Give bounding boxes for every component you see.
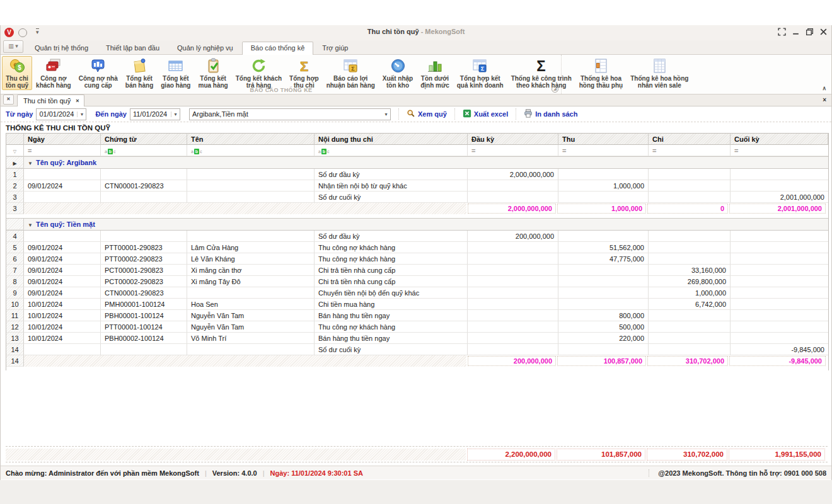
equals-filter-icon[interactable]: =	[734, 147, 738, 154]
column-header-5[interactable]: Đầu kỳ	[468, 133, 558, 145]
filter-bar: Từ ngày 01/01/2024 ▾ Đến ngày 11/01/2024…	[1, 106, 831, 122]
text-filter-icon[interactable]: abc	[105, 147, 115, 154]
filter-cell[interactable]: =	[24, 145, 101, 156]
ribbon-collapse-button[interactable]: ∧	[822, 85, 826, 91]
cell: CTN00001-290823	[101, 287, 187, 299]
close-icon[interactable]	[819, 28, 828, 36]
table-row[interactable]: 1210/01/2024PTT00001-100124Nguyễn Văn Ta…	[6, 321, 828, 333]
table-row[interactable]: 1310/01/2024PBH00002-100124Võ Minh TríBá…	[6, 333, 828, 344]
group-row[interactable]: ▼Tên quỹ: Tiền mặt	[6, 218, 828, 231]
menu-tab[interactable]: Quản trị hệ thống	[26, 42, 97, 54]
export-excel-button[interactable]: Xuất excel	[454, 108, 516, 120]
ribbon-item-business-result[interactable]: ΣTổng hợp kếtquả kinh doanh	[453, 56, 507, 90]
cell: Nguyễn Văn Tam	[187, 321, 315, 333]
group-caption[interactable]: ▼Tên quỹ: Tiền mặt	[24, 219, 828, 230]
close-document-button[interactable]: ×	[823, 96, 826, 103]
table-row[interactable]: 14Số dư cuối kỳ-9,845,000	[6, 344, 828, 355]
group-caption[interactable]: ▼Tên quỹ: Argibank	[24, 157, 828, 168]
cell: 2,000,000,000	[468, 169, 558, 180]
column-header-1[interactable]: Ngày	[24, 133, 101, 145]
table-row[interactable]: 1110/01/2024PBH00001-100124Nguyễn Văn Ta…	[6, 310, 828, 321]
dialog-launcher-icon[interactable]: ◢	[552, 86, 558, 93]
minimize-icon[interactable]	[792, 28, 800, 36]
ribbon-item-customer-debt[interactable]: Công nợkhách hàng	[32, 56, 75, 90]
ribbon-item-commission-sub[interactable]: Thống kê hoahồng thầu phụ	[575, 56, 627, 90]
column-header-6[interactable]: Thu	[558, 133, 649, 145]
svg-text:Σ: Σ	[481, 66, 485, 72]
cell	[24, 231, 101, 242]
chevron-down-icon[interactable]: ▾	[171, 112, 180, 117]
column-header-2[interactable]: Chứng từ	[101, 133, 187, 145]
table-row[interactable]: 3Số dư cuối kỳ2,001,000,000	[6, 192, 828, 203]
table-row[interactable]: 1010/01/2024PMH00001-100124Hoa SenChi ti…	[6, 299, 828, 310]
table-row[interactable]: 809/01/2024PCT00002-290823Xi măng Tây Đô…	[6, 276, 828, 287]
cell: Chi trả tiền nhà cung cấp	[315, 265, 468, 276]
column-header-7[interactable]: Chi	[649, 133, 731, 145]
table-row[interactable]: 909/01/2024CTN00001-290823Chuyển tiền nộ…	[6, 287, 828, 299]
filter-cell[interactable]: =	[649, 145, 731, 156]
print-list-button[interactable]: In danh sách	[516, 108, 585, 120]
text-filter-icon[interactable]: abc	[318, 147, 329, 154]
window-title: Thu chi tồn quỹ - MekongSoft	[1, 28, 831, 35]
ribbon-item-delivery-grid[interactable]: Tổng kếtgiao hàng	[157, 56, 194, 90]
row-number: 1	[6, 169, 24, 180]
collapse-triangle-icon[interactable]: ▼	[28, 222, 33, 228]
chevron-down-icon[interactable]: ▾	[382, 112, 390, 117]
ribbon-item-coins[interactable]: €$Thu chitồn quỹ	[2, 56, 32, 90]
ribbon-item-inventory[interactable]: Xuất nhậptồn kho	[379, 56, 417, 90]
collapse-triangle-icon[interactable]: ▼	[28, 161, 33, 166]
table-row[interactable]: 509/01/2024PTT00001-290823Lâm Cửa HàngTh…	[6, 242, 828, 253]
filter-cell[interactable]: =	[731, 145, 828, 156]
menu-bar: ▥ ▾ Quản trị hệ thốngThiết lập ban đầuQu…	[1, 40, 831, 55]
table-row[interactable]: 4Số dư đầu kỳ200,000,000	[6, 231, 828, 242]
ribbon-item-bar-chart[interactable]: Tồn dướiđịnh mức	[417, 56, 453, 90]
view-switch-button[interactable]: ▥ ▾	[3, 40, 23, 53]
filter-cell[interactable]: abc	[187, 145, 315, 156]
menu-tab[interactable]: Trợ giúp	[313, 42, 357, 54]
text-filter-icon[interactable]: abc	[191, 147, 202, 154]
ribbon-item-supplier-debt[interactable]: Công nợ nhàcung cấp	[75, 56, 122, 90]
ribbon-item-sigma-black[interactable]: ΣThống kê công trìnhtheo khách hàng	[507, 56, 575, 90]
cell: Võ Minh Trí	[187, 333, 315, 344]
equals-filter-icon[interactable]: =	[562, 147, 566, 154]
column-header-3[interactable]: Tên	[187, 133, 315, 145]
cell	[731, 287, 828, 299]
sales-note-icon	[131, 57, 148, 74]
cell	[101, 231, 187, 242]
table-row[interactable]: 1Số dư đầu kỳ2,000,000,000	[6, 169, 828, 180]
ribbon-item-sales-note[interactable]: Tổng kếtbán hàng	[122, 56, 157, 90]
close-all-tabs-button[interactable]: ×	[3, 94, 14, 105]
filter-cell[interactable]: =	[468, 145, 558, 156]
table-row[interactable]: 209/01/2024CTN00001-290823Nhận tiền nội …	[6, 180, 828, 192]
group-row[interactable]: ▶▼Tên quỹ: Argibank	[6, 156, 828, 169]
fund-select-combo[interactable]: Argibank,Tiền mặt ▾	[189, 108, 391, 120]
menu-tab[interactable]: Thiết lập ban đầu	[97, 42, 168, 54]
table-row[interactable]: 709/01/2024PCT00001-290823Xi măng cần th…	[6, 265, 828, 276]
menu-tab[interactable]: Quản lý nghiệp vụ	[168, 42, 242, 54]
table-row[interactable]: 609/01/2024PTT00002-290823Lê Văn KhángTh…	[6, 253, 828, 265]
filter-cell[interactable]: abc	[315, 145, 468, 156]
filter-cell[interactable]: abc	[101, 145, 187, 156]
equals-filter-icon[interactable]: =	[28, 147, 32, 154]
restore-icon[interactable]	[806, 28, 814, 36]
tab-thu-chi-ton-quy[interactable]: Thu chi tồn quỹ ×	[17, 94, 84, 106]
fullscreen-icon[interactable]	[778, 28, 786, 36]
to-date-input[interactable]: 11/01/2024 ▾	[130, 108, 180, 120]
cell: Bán hàng thu tiền ngay	[315, 310, 468, 321]
filter-cell[interactable]: =	[558, 145, 649, 156]
ribbon-item-profit-report[interactable]: ΣBáo cáo lợinhuận bán hàng	[323, 56, 379, 90]
ribbon-item-purchase-clipboard[interactable]: Tổng kếtmua hàng	[194, 56, 231, 90]
ribbon-item-returns-arrow[interactable]: Tổng kết kháchtrả hàng	[232, 56, 286, 90]
tab-close-icon[interactable]: ×	[76, 98, 79, 104]
cell	[468, 192, 558, 203]
equals-filter-icon[interactable]: =	[471, 147, 475, 154]
menu-tab[interactable]: Báo cáo thống kê	[242, 42, 314, 55]
column-header-8[interactable]: Cuối kỳ	[731, 133, 828, 145]
view-fund-button[interactable]: Xem quỹ	[398, 108, 454, 120]
from-date-input[interactable]: 01/01/2024 ▾	[36, 108, 86, 120]
equals-filter-icon[interactable]: =	[652, 147, 656, 154]
ribbon-item-sigma-gold[interactable]: ΣTổng hợpthu chi	[286, 56, 323, 90]
ribbon-item-commission-sale[interactable]: Thống kê hoa hồngnhân viên sale	[627, 56, 692, 90]
column-header-4[interactable]: Nội dung thu chi	[315, 133, 468, 145]
chevron-down-icon[interactable]: ▾	[77, 112, 86, 117]
